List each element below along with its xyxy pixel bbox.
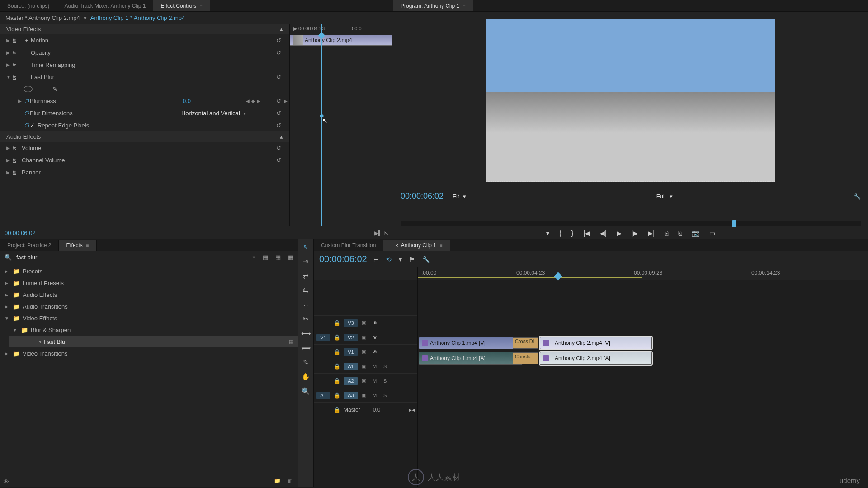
stopwatch-icon[interactable]: ⏱ xyxy=(24,122,30,129)
wrench-icon[interactable]: 🔧 xyxy=(854,193,861,200)
clip-a1-2[interactable]: Anthony Clip 2.mp4 [A] xyxy=(540,352,652,365)
clip-v1-1[interactable]: Anthony Clip 1.mp4 [V] xyxy=(419,337,523,349)
slide-icon[interactable]: ⟺ xyxy=(301,344,311,352)
solo-icon[interactable]: S xyxy=(383,393,391,398)
track-v1[interactable]: 🔒V1▣👁 xyxy=(314,345,417,359)
lock-icon[interactable]: 🔒 xyxy=(334,407,340,413)
chevron-down-icon[interactable]: ▾ xyxy=(84,14,87,21)
eye-icon[interactable]: 👁 xyxy=(373,335,380,340)
effect-time-remapping[interactable]: ▶fxTime Remapping xyxy=(0,59,289,71)
reset-icon[interactable]: ↺ xyxy=(273,110,284,117)
mark-out-icon[interactable]: } xyxy=(571,230,574,237)
blur-dim-dropdown[interactable]: Horizontal and Vertical▾ xyxy=(181,110,246,117)
razor-icon[interactable]: ✂ xyxy=(303,315,309,323)
toggle-output-icon[interactable]: ▣ xyxy=(362,363,369,369)
tree-fast-blur[interactable]: ▫Fast Blur▦ xyxy=(9,336,298,347)
reset-icon[interactable]: ↺ xyxy=(273,157,284,164)
toggle-output-icon[interactable]: ▣ xyxy=(362,392,369,398)
track-v3[interactable]: 🔒V3▣👁 xyxy=(314,316,417,330)
new-bin-icon[interactable]: 📁 xyxy=(274,478,281,484)
tab-effect-controls[interactable]: Effect Controls≡ xyxy=(153,0,210,11)
pen-tool-icon[interactable]: ✎ xyxy=(303,358,309,366)
zoom-fit-dropdown[interactable]: Fit▾ xyxy=(453,193,466,200)
effects-search-input[interactable] xyxy=(16,254,248,261)
rate-stretch-icon[interactable]: ↔ xyxy=(302,301,309,309)
ripple-icon[interactable]: ⇄ xyxy=(303,272,309,280)
prop-repeat-edge[interactable]: ⏱✓Repeat Edge Pixels↺ xyxy=(0,119,289,131)
effect-motion[interactable]: ▶fx⊞Motion↺ xyxy=(0,34,289,47)
work-area-bar[interactable] xyxy=(418,277,642,278)
step-back-icon[interactable]: ◀| xyxy=(600,230,607,237)
tab-seq-anthony1[interactable]: × Anthony Clip 1≡ xyxy=(383,240,450,251)
goto-in-icon[interactable]: |◀ xyxy=(583,230,590,237)
keyframe-nav[interactable]: ◀◆▶ xyxy=(246,99,273,103)
rect-mask-icon[interactable] xyxy=(38,86,47,92)
reset-icon[interactable]: ↺ xyxy=(273,74,284,80)
panel-menu-icon[interactable]: ≡ xyxy=(200,4,203,9)
mute-icon[interactable]: M xyxy=(373,393,380,398)
mute-icon[interactable]: M xyxy=(373,378,380,384)
trash-icon[interactable]: 🗑 xyxy=(287,478,292,484)
ec-clipbar[interactable]: Anthony Clip 2.mp4 xyxy=(290,35,392,46)
eye-icon[interactable]: 👁 xyxy=(373,320,380,326)
reset-icon[interactable]: ↺ xyxy=(273,98,284,104)
wrench-icon[interactable]: 🔧 xyxy=(422,256,430,263)
track-a1[interactable]: 🔒A1▣MS xyxy=(314,359,417,374)
tree-audio-tr[interactable]: ▶📁Audio Transitions xyxy=(0,300,298,312)
slip-icon[interactable]: ⟷ xyxy=(301,329,311,338)
extract-icon[interactable]: ⎗ xyxy=(678,230,682,237)
source-patch[interactable]: V1 xyxy=(316,334,330,341)
ec-playhead[interactable] xyxy=(321,24,322,226)
playhead-marker[interactable] xyxy=(732,220,736,227)
lock-icon[interactable]: 🔒 xyxy=(334,320,340,326)
track-a3[interactable]: A1🔒A3▣MS xyxy=(314,388,417,403)
eye-icon[interactable]: 👁 xyxy=(373,349,380,355)
safe-margins-icon[interactable]: ▭ xyxy=(709,230,715,237)
lock-icon[interactable]: 🔒 xyxy=(334,349,340,355)
rolling-icon[interactable]: ⇆ xyxy=(303,286,309,295)
tab-project[interactable]: Project: Practice 2 xyxy=(0,240,59,251)
effect-channel-volume[interactable]: ▶fxChannel Volume↺ xyxy=(0,154,289,166)
goto-out-icon[interactable]: ▶| xyxy=(648,230,655,237)
transition-video[interactable]: Cross Di xyxy=(513,337,538,349)
timeline-playhead[interactable] xyxy=(558,267,558,488)
solo-icon[interactable]: S xyxy=(383,364,391,369)
zoom-tool-icon[interactable]: 🔍 xyxy=(302,387,310,395)
tab-source[interactable]: Source: (no clips) xyxy=(0,0,57,11)
transition-audio[interactable]: Consta xyxy=(513,352,538,364)
toggle-output-icon[interactable]: ▣ xyxy=(362,320,369,326)
close-icon[interactable]: × xyxy=(395,243,398,248)
reset-icon[interactable]: ↺ xyxy=(273,122,284,129)
track-master[interactable]: 🔒Master0.0▸◂ xyxy=(314,403,417,417)
lock-icon[interactable]: 🔒 xyxy=(334,334,340,341)
lock-icon[interactable]: 🔒 xyxy=(334,363,340,370)
collapse-icon[interactable]: ▴ xyxy=(280,26,283,33)
program-viewport[interactable] xyxy=(393,12,868,189)
toggle-output-icon[interactable]: ▣ xyxy=(362,349,369,355)
resolution-dropdown[interactable]: Full▾ xyxy=(656,193,673,200)
stopwatch-icon[interactable]: ⏱ xyxy=(24,110,30,117)
program-scrubber[interactable] xyxy=(401,221,861,226)
toggle-output-icon[interactable]: ▣ xyxy=(362,334,369,340)
add-marker-icon[interactable]: ▾ xyxy=(546,230,549,237)
marker-icon[interactable]: ▾ xyxy=(399,256,402,263)
ec-footer-icons[interactable]: ▶▍ ⇱ xyxy=(374,230,388,236)
tree-lumetri[interactable]: ▶📁Lumetri Presets xyxy=(0,277,298,289)
clear-search-icon[interactable]: × xyxy=(252,254,255,261)
settings-icon[interactable]: ⚑ xyxy=(409,256,415,263)
effect-opacity[interactable]: ▶fxOpacity↺ xyxy=(0,47,289,59)
ec-timeline-view[interactable]: ▶ 00:00:04:2300:0 Anthony Clip 2.mp4 ↖ xyxy=(289,24,393,226)
play-icon[interactable]: ▶ xyxy=(617,230,622,237)
tab-audio-mixer[interactable]: Audio Track Mixer: Anthony Clip 1 xyxy=(57,0,153,11)
blurriness-value[interactable]: 0.0 xyxy=(183,98,246,104)
video-effects-header[interactable]: Video Effects▴ xyxy=(0,24,289,34)
lock-icon[interactable]: 🔒 xyxy=(334,378,340,384)
mark-in-icon[interactable]: { xyxy=(559,230,561,237)
effect-volume[interactable]: ▶fxVolume↺ xyxy=(0,142,289,154)
lock-icon[interactable]: 🔒 xyxy=(334,392,340,399)
effect-fast-blur[interactable]: ▼fxFast Blur↺ xyxy=(0,71,289,83)
tree-video-tr[interactable]: ▶📁Video Transitions xyxy=(0,347,298,359)
collapse-icon[interactable]: ▸◂ xyxy=(409,407,415,413)
selection-tool-icon[interactable]: ↖ xyxy=(303,243,309,251)
ec-clip-label[interactable]: Anthony Clip 1 * Anthony Clip 2.mp4 xyxy=(90,14,185,21)
